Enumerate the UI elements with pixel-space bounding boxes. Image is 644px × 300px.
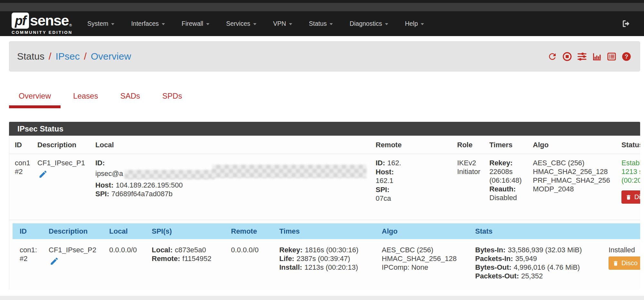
- algo-integrity: HMAC_SHA2_256_128: [533, 167, 617, 176]
- algo-prf: PRF_HMAC_SHA2_256: [533, 176, 617, 185]
- reauth-label: Reauth:: [489, 185, 526, 193]
- col-header-id: ID: [15, 140, 37, 149]
- nav-item-firewall[interactable]: Firewall: [182, 20, 209, 27]
- breadcrumb: Status/IPsec/Overview: [17, 51, 131, 62]
- cell-algo: AES_CBC (256) HMAC_SHA2_256_128 IPComp: …: [382, 246, 475, 280]
- local-id-value: ipsec@a: [95, 169, 123, 178]
- algo-encryption: AES_CBC (256): [382, 246, 471, 254]
- col-header-local: Local: [95, 140, 376, 149]
- ipsec-table-area: ID Description Local Remote Role Timers …: [9, 136, 640, 289]
- life-value: 2387s (00:39:47): [296, 255, 350, 263]
- breadcrumb-link-overview[interactable]: Overview: [91, 51, 131, 62]
- col-header-algo: Algo: [533, 140, 621, 149]
- status-installed: Installed: [609, 246, 640, 254]
- sliders-icon[interactable]: [577, 52, 587, 62]
- help-icon[interactable]: ?: [621, 52, 631, 62]
- remote-host-label: Host:: [376, 168, 394, 176]
- local-host-label: Host:: [95, 181, 113, 189]
- sign-out-icon[interactable]: [621, 19, 631, 29]
- header-toolbar: ?: [547, 52, 631, 62]
- breadcrumb-separator: /: [44, 51, 55, 62]
- breadcrumb-link-ipsec[interactable]: IPsec: [55, 51, 80, 62]
- col-header-timers: Timers: [489, 140, 533, 149]
- breadcrumb-bar: Status/IPsec/Overview ?: [9, 41, 640, 72]
- ipsec-status-panel: IPsec Status ID Description Local Remote…: [9, 122, 640, 289]
- nav-item-vpn[interactable]: VPN: [273, 20, 292, 27]
- role-value: Initiator: [457, 167, 485, 176]
- packets-out-label: Packets-Out:: [475, 272, 519, 280]
- install-label: Install:: [279, 263, 302, 271]
- edit-pencil-icon[interactable]: [50, 256, 59, 266]
- nav-item-help[interactable]: Help: [405, 20, 424, 27]
- nav-label: Interfaces: [131, 20, 159, 27]
- stop-icon[interactable]: [562, 52, 572, 62]
- registered-mark: ®: [69, 23, 72, 27]
- edit-pencil-icon[interactable]: [38, 169, 48, 179]
- local-id-label: ID:: [95, 159, 105, 167]
- nav-item-diagnostics[interactable]: Diagnostics: [350, 20, 388, 27]
- cell-algo: AES_CBC (256) HMAC_SHA2_256_128 PRF_HMAC…: [533, 159, 621, 213]
- nav-label: Diagnostics: [350, 20, 382, 27]
- bar-chart-icon[interactable]: [592, 52, 602, 62]
- cell-timers: Rekey: 22608s (06:16:48) Reauth: Disable…: [489, 159, 533, 213]
- chevron-down-icon: [111, 23, 114, 25]
- cell-status: Establ 1213 s (00:20 Dis: [621, 159, 640, 213]
- trash-icon: [625, 194, 632, 200]
- col-header-blank: [609, 227, 640, 236]
- col-header-description: Description: [49, 227, 109, 236]
- nav-label: Firewall: [182, 20, 203, 27]
- nav-label: Help: [405, 20, 418, 27]
- remote-spi-value: 07ca: [376, 194, 391, 202]
- description-text: CF1_IPsec_P1: [37, 159, 91, 167]
- redacted-block: [392, 195, 442, 203]
- logo-edition-text: COMMUNITY EDITION: [12, 30, 72, 35]
- rekey-label: Rekey:: [489, 159, 526, 167]
- logo-pf-box: pf: [12, 13, 29, 29]
- chevron-down-icon: [289, 23, 292, 25]
- chevron-down-icon: [385, 23, 388, 25]
- tab-overview[interactable]: Overview: [9, 92, 61, 108]
- algo-encryption: AES_CBC (256): [533, 159, 617, 167]
- breadcrumb-root: Status: [17, 51, 44, 62]
- algo-integrity: HMAC_SHA2_256_128: [382, 254, 471, 263]
- refresh-icon[interactable]: [547, 52, 557, 62]
- bytes-in-label: Bytes-In:: [475, 246, 505, 254]
- spi-local-value: c873e5a0: [175, 246, 206, 254]
- chevron-down-icon: [330, 23, 333, 25]
- connection-instance: #2: [20, 254, 44, 263]
- disconnect-button[interactable]: Dis: [621, 190, 640, 204]
- chevron-down-icon: [421, 23, 424, 25]
- rekey-seconds: 22608s: [489, 167, 528, 176]
- cell-spis: Local:c873e5a0 Remote:f1154952: [152, 246, 231, 280]
- child-table-row: con1: #2 CF1_IPsec_P2 0.0.0.0/0 Local:c8…: [13, 239, 640, 280]
- rekey-time: (06:16:48): [489, 176, 528, 185]
- log-icon[interactable]: [607, 52, 617, 62]
- status-established: Establ: [621, 159, 640, 167]
- tab-leases[interactable]: Leases: [63, 92, 108, 108]
- tab-sads[interactable]: SADs: [111, 92, 149, 108]
- bytes-out-label: Bytes-Out:: [475, 263, 511, 271]
- algo-dh-group: MODP_2048: [533, 185, 617, 193]
- col-header-remote: Remote: [231, 227, 279, 236]
- cell-description: CF1_IPsec_P2: [49, 246, 109, 280]
- logo-sense-text: sense: [30, 13, 69, 29]
- bytes-out-value: 4,996,016 (4.76 MiB): [514, 263, 580, 271]
- cell-description: CF1_IPsec_P1: [37, 159, 95, 213]
- nav-item-services[interactable]: Services: [226, 20, 256, 27]
- pfsense-logo[interactable]: pf sense ® COMMUNITY EDITION: [12, 13, 72, 35]
- nav-item-status[interactable]: Status: [309, 20, 333, 27]
- redacted-block: [402, 159, 441, 168]
- tab-spds[interactable]: SPDs: [153, 92, 192, 108]
- nav-item-interfaces[interactable]: Interfaces: [131, 20, 165, 27]
- connection-id: con1:: [20, 246, 44, 254]
- col-header-description: Description: [37, 140, 95, 149]
- disconnect-button[interactable]: Disco: [609, 256, 640, 270]
- breadcrumb-separator: /: [80, 51, 91, 62]
- ike-table-row: con1 #2 CF1_IPsec_P1 ID: ipsec@a Host:10…: [9, 154, 640, 220]
- remote-host-value: 162.1: [376, 177, 393, 185]
- svg-text:?: ?: [625, 53, 628, 60]
- nav-item-system[interactable]: System: [87, 20, 114, 27]
- local-spi-label: SPI:: [95, 190, 109, 198]
- nav-label: VPN: [273, 20, 286, 27]
- cell-stats: Bytes-In:33,586,939 (32.03 MiB) Packets-…: [475, 246, 609, 280]
